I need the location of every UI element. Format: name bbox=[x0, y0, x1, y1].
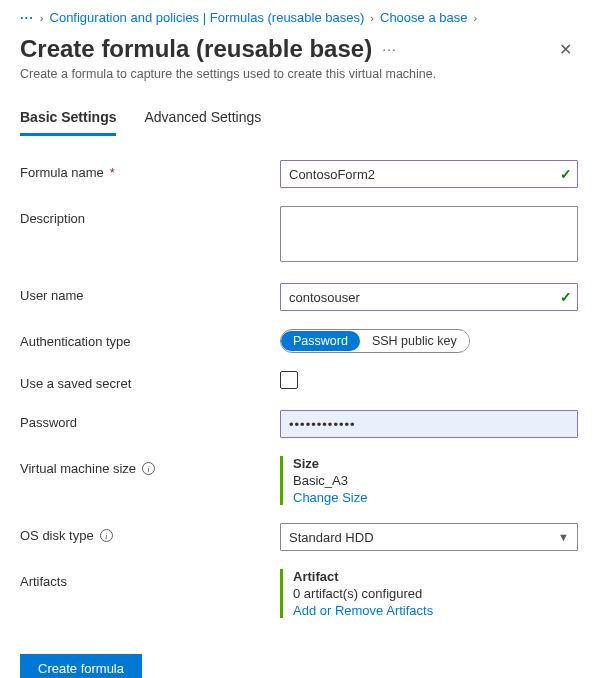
page-subtitle: Create a formula to capture the settings… bbox=[20, 67, 578, 81]
os-disk-label: OS disk type i bbox=[20, 523, 280, 543]
os-disk-select[interactable]: Standard HDD ▼ bbox=[280, 523, 578, 551]
user-name-label: User name bbox=[20, 283, 280, 303]
artifacts-heading: Artifact bbox=[293, 569, 578, 584]
auth-type-password[interactable]: Password bbox=[281, 331, 360, 351]
saved-secret-checkbox[interactable] bbox=[280, 371, 298, 389]
password-input[interactable] bbox=[280, 410, 578, 438]
description-input[interactable] bbox=[280, 206, 578, 262]
create-formula-button[interactable]: Create formula bbox=[20, 654, 142, 678]
chevron-right-icon: › bbox=[473, 12, 477, 24]
breadcrumb-link-config[interactable]: Configuration and policies | Formulas (r… bbox=[50, 10, 365, 25]
page-header: Create formula (reusable base) ··· ✕ bbox=[20, 35, 578, 63]
add-remove-artifacts-link[interactable]: Add or Remove Artifacts bbox=[293, 603, 433, 618]
saved-secret-label: Use a saved secret bbox=[20, 371, 280, 391]
auth-type-toggle: Password SSH public key bbox=[280, 329, 470, 353]
breadcrumb: ··· › Configuration and policies | Formu… bbox=[20, 10, 578, 25]
more-actions-icon[interactable]: ··· bbox=[382, 41, 397, 57]
vm-size-block: Size Basic_A3 Change Size bbox=[280, 456, 578, 505]
tab-basic-settings[interactable]: Basic Settings bbox=[20, 103, 116, 136]
required-indicator: * bbox=[110, 165, 115, 180]
tabs: Basic Settings Advanced Settings bbox=[20, 103, 578, 136]
breadcrumb-ellipsis[interactable]: ··· bbox=[20, 10, 34, 25]
formula-name-input[interactable] bbox=[280, 160, 578, 188]
description-label: Description bbox=[20, 206, 280, 226]
page-title: Create formula (reusable base) bbox=[20, 35, 372, 63]
chevron-right-icon: › bbox=[40, 12, 44, 24]
artifacts-label: Artifacts bbox=[20, 569, 280, 589]
vm-size-value: Basic_A3 bbox=[293, 473, 578, 488]
chevron-right-icon: › bbox=[370, 12, 374, 24]
info-icon[interactable]: i bbox=[142, 462, 155, 475]
auth-type-ssh[interactable]: SSH public key bbox=[360, 331, 469, 351]
chevron-down-icon: ▼ bbox=[558, 531, 569, 543]
close-icon[interactable]: ✕ bbox=[553, 36, 578, 63]
tab-advanced-settings[interactable]: Advanced Settings bbox=[144, 103, 261, 136]
change-size-link[interactable]: Change Size bbox=[293, 490, 367, 505]
artifacts-block: Artifact 0 artifact(s) configured Add or… bbox=[280, 569, 578, 618]
formula-name-label: Formula name* bbox=[20, 160, 280, 180]
os-disk-value: Standard HDD bbox=[289, 530, 374, 545]
vm-size-heading: Size bbox=[293, 456, 578, 471]
artifacts-value: 0 artifact(s) configured bbox=[293, 586, 578, 601]
breadcrumb-link-choose-base[interactable]: Choose a base bbox=[380, 10, 467, 25]
user-name-input[interactable] bbox=[280, 283, 578, 311]
info-icon[interactable]: i bbox=[100, 529, 113, 542]
auth-type-label: Authentication type bbox=[20, 329, 280, 349]
password-label: Password bbox=[20, 410, 280, 430]
vm-size-label: Virtual machine size i bbox=[20, 456, 280, 476]
